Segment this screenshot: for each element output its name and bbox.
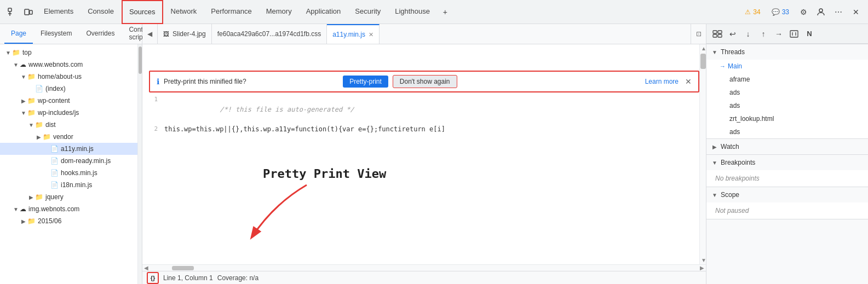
tree-folder-icon-home: 📁: [27, 73, 36, 80]
main-layout: ▼ 📁 top ▼ ☁ www.webnots.com ▼: [0, 44, 868, 284]
tree-item-index[interactable]: 📄 (index): [0, 83, 137, 95]
scroll-up-arrow[interactable]: ▲: [700, 44, 706, 53]
tab-memory[interactable]: Memory: [260, 0, 298, 24]
svg-rect-6: [713, 31, 717, 33]
tab-network[interactable]: Network: [164, 0, 204, 24]
add-panel-icon[interactable]: +: [438, 4, 453, 20]
rp-deactivate-icon[interactable]: [787, 27, 801, 40]
thread-item-zrt[interactable]: zrt_lookup.html: [706, 112, 868, 125]
thread-item-aframe[interactable]: aframe: [706, 73, 868, 86]
section-breakpoints-content: No breakpoints: [706, 170, 868, 187]
pretty-print-annotation: Pretty Print View: [263, 167, 386, 181]
tab-application[interactable]: Application: [300, 0, 348, 24]
tree-arrow-vendor: ▶: [35, 134, 43, 140]
more-icon[interactable]: ⋯: [831, 4, 846, 20]
learn-more-link[interactable]: Learn more: [645, 78, 679, 85]
tree-file-icon-index: 📄: [35, 85, 43, 92]
hscroll-right[interactable]: ▶: [698, 265, 706, 271]
no-breakpoints-text: No breakpoints: [706, 170, 868, 187]
file-tab-a11y[interactable]: a11y.min.js ✕: [327, 24, 380, 44]
thread-item-ads-2[interactable]: ads: [706, 99, 868, 112]
rp-step-out-icon[interactable]: →: [772, 27, 785, 40]
hscroll-left[interactable]: ◀: [142, 265, 150, 271]
tree-folder-icon-top: 📁: [12, 49, 20, 56]
tree-arrow-top: ▼: [4, 50, 12, 56]
section-threads-label: Threads: [721, 48, 745, 56]
tree-item-dom-ready[interactable]: 📄 dom-ready.min.js: [0, 155, 137, 167]
tab-elements[interactable]: Elements: [37, 0, 80, 24]
close-icon[interactable]: ✕: [848, 4, 864, 20]
inspect-icon[interactable]: [4, 4, 20, 20]
thread-item-ads-1[interactable]: ads: [706, 86, 868, 99]
settings-icon[interactable]: ⚙: [796, 4, 811, 20]
file-tab-close[interactable]: ✕: [369, 31, 373, 38]
tree-item-i18n[interactable]: 📄 i18n.min.js: [0, 179, 137, 191]
section-scope-arrow: ▼: [711, 191, 718, 199]
scroll-down-arrow[interactable]: ▼: [700, 256, 706, 264]
svg-rect-3: [25, 9, 29, 15]
rp-back-icon[interactable]: ↩: [726, 27, 739, 40]
section-watch-header[interactable]: ▶ Watch: [706, 139, 868, 154]
tree-folder-icon-dist: 📁: [35, 121, 43, 129]
tree-item-top[interactable]: ▼ 📁 top: [0, 47, 137, 59]
pretty-print-button[interactable]: Pretty-print: [343, 76, 388, 88]
subtab-filesystem[interactable]: Filesystem: [34, 24, 78, 44]
rp-step-in-icon[interactable]: ↑: [757, 27, 770, 40]
tree-item-2015-06[interactable]: ▶ 📁 2015/06: [0, 215, 137, 227]
tree-item-wp-includes-js[interactable]: ▼ 📁 wp-includes/js: [0, 107, 137, 119]
code-line-1: 1 /*! this file is auto-generated */: [142, 95, 699, 124]
thread-main-arrow: →: [720, 63, 726, 69]
file-tree-scroll[interactable]: ▼ 📁 top ▼ ☁ www.webnots.com ▼: [0, 44, 137, 284]
svg-rect-10: [790, 31, 798, 37]
tab-security[interactable]: Security: [348, 0, 387, 24]
tree-item-wp-content[interactable]: ▶ 📁 wp-content: [0, 95, 137, 107]
subtab-overrides[interactable]: Overrides: [79, 24, 121, 44]
tree-item-dist[interactable]: ▼ 📁 dist: [0, 119, 137, 131]
rp-layout-icon[interactable]: [711, 27, 724, 40]
tab-performance[interactable]: Performance: [204, 0, 258, 24]
svg-point-5: [819, 9, 823, 12]
file-icon-slider: 🖼: [163, 31, 169, 37]
tree-scrollbar-thumb: [139, 47, 142, 74]
rp-step-over-icon[interactable]: ↓: [741, 27, 755, 40]
scroll-thumb: [700, 54, 706, 69]
code-hscrollbar[interactable]: ◀ ▶: [142, 264, 706, 271]
svg-rect-7: [718, 31, 722, 33]
tree-item-img-webnots[interactable]: ▼ ☁ img.webnots.com: [0, 203, 137, 215]
tree-item-webnots[interactable]: ▼ ☁ www.webnots.com: [0, 59, 137, 71]
banner-close-button[interactable]: ✕: [685, 77, 692, 86]
panel-expand-icon[interactable]: ⊡: [691, 24, 706, 44]
section-scope-header[interactable]: ▼ Scope: [706, 187, 868, 202]
tree-item-vendor[interactable]: ▶ 📁 vendor: [0, 131, 137, 143]
pretty-print-banner: ℹ Pretty-print this minified file? Prett…: [149, 71, 699, 92]
tree-item-hooks[interactable]: 📄 hooks.min.js: [0, 167, 137, 179]
tree-item-jquery[interactable]: ▶ 📁 jquery: [0, 191, 137, 203]
dont-show-again-button[interactable]: Don't show again: [393, 75, 457, 88]
tree-arrow-wpcontent: ▶: [20, 98, 27, 104]
section-threads-header[interactable]: ▼ Threads: [706, 44, 868, 60]
pretty-print-status-button[interactable]: {}: [147, 272, 159, 284]
tab-sources[interactable]: Sources: [122, 0, 163, 24]
thread-item-main[interactable]: → Main: [706, 60, 868, 73]
file-tree-scrollbar[interactable]: [137, 44, 142, 284]
file-tab-css[interactable]: fe60aca429a6c07...a1974cd1fb.css: [212, 24, 327, 44]
code-vscrollbar[interactable]: ▲ ▼: [699, 44, 706, 264]
profile-icon[interactable]: [813, 4, 829, 20]
tab-lighthouse[interactable]: Lighthouse: [388, 0, 436, 24]
section-breakpoints-label: Breakpoints: [721, 159, 755, 166]
tree-item-home-about[interactable]: ▼ 📁 home/about-us: [0, 71, 137, 83]
rp-n-icon[interactable]: N: [803, 27, 816, 40]
section-breakpoints-header[interactable]: ▼ Breakpoints: [706, 155, 868, 170]
info-count: 33: [782, 8, 789, 16]
thread-item-ads-3[interactable]: ads: [706, 125, 868, 138]
warning-badge[interactable]: ⚠ 34: [740, 6, 764, 18]
tree-arrow-home: ▼: [20, 74, 27, 80]
tree-item-a11y-min-js[interactable]: 📄 a11y.min.js: [0, 143, 137, 155]
info-badge[interactable]: 💬 33: [767, 6, 794, 18]
device-icon[interactable]: [21, 4, 36, 20]
panel-left-arrow[interactable]: ◀: [142, 24, 158, 44]
banner-info-icon: ℹ: [157, 77, 159, 86]
file-tab-slider[interactable]: 🖼 Slider-4.jpg: [158, 24, 212, 44]
subtab-page[interactable]: Page: [4, 24, 33, 44]
tab-console[interactable]: Console: [81, 0, 120, 24]
